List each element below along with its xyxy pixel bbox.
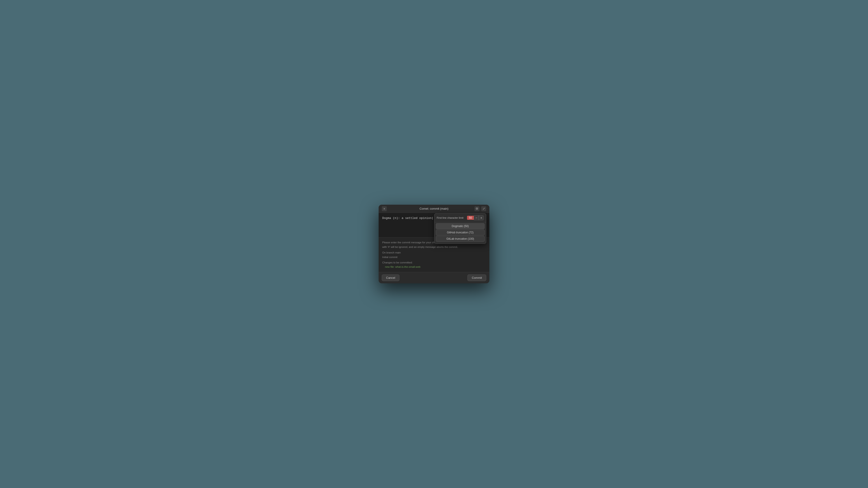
changes-header: Changes to be committed: xyxy=(382,260,486,265)
close-button[interactable]: × xyxy=(382,206,387,211)
commit-dialog: × Comet: commit (main) ⚙ ⤢ First line ch… xyxy=(379,205,489,283)
stepper-plus-button[interactable]: + xyxy=(479,215,484,220)
option-dogmatic[interactable]: Dogmatic (50) xyxy=(436,223,485,229)
option-gitlab[interactable]: GitLab truncation (100) xyxy=(436,236,485,242)
commit-button[interactable]: Commit xyxy=(467,274,486,281)
option-github[interactable]: GitHub truncation (72) xyxy=(436,230,485,235)
title-bar-actions: ⚙ ⤢ xyxy=(474,206,486,211)
dialog-title: Comet: commit (main) xyxy=(420,207,448,210)
stepper-value: 50 xyxy=(467,216,474,220)
expand-button[interactable]: ⤢ xyxy=(481,206,486,211)
stepper-minus-button[interactable]: − xyxy=(474,215,479,220)
character-limit-dropdown: First line character limit 50 − + Dogmat… xyxy=(434,213,486,244)
initial-commit-info: Initial commit xyxy=(382,255,486,260)
new-file-entry: new file: what-is-the-small-web xyxy=(382,265,486,269)
dropdown-header: First line character limit 50 − + xyxy=(434,214,486,222)
dialog-footer: Cancel Commit xyxy=(379,272,489,283)
character-limit-label: First line character limit xyxy=(437,217,463,219)
character-limit-stepper: 50 − + xyxy=(467,215,484,220)
cancel-button[interactable]: Cancel xyxy=(382,274,399,281)
branch-info: On branch main xyxy=(382,251,486,255)
settings-button[interactable]: ⚙ xyxy=(474,206,479,211)
title-bar: × Comet: commit (main) ⚙ ⤢ xyxy=(379,205,489,213)
